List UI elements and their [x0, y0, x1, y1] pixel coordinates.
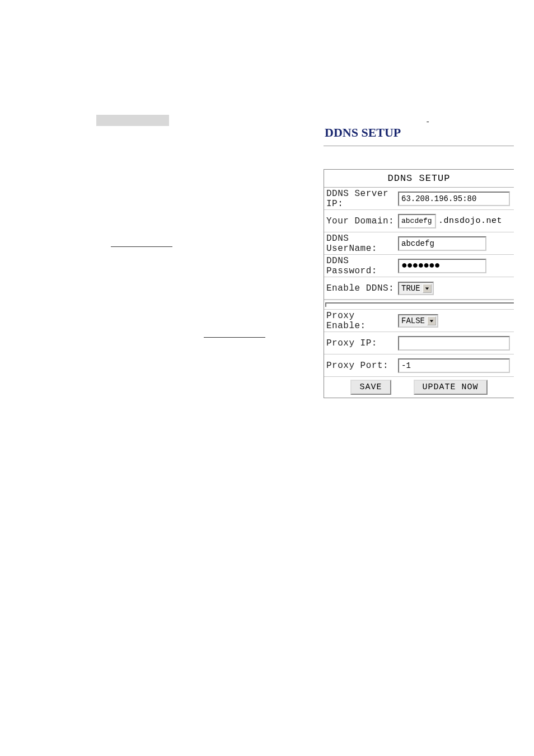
input-password[interactable]: ●●●●●●● [398, 259, 486, 273]
decorative-gray-box [96, 115, 169, 126]
page-title: DDNS SETUP [325, 125, 401, 140]
title-underline [324, 146, 514, 146]
update-now-button[interactable]: UPDATE NOW [414, 380, 488, 395]
domain-suffix: .dnsdojo.net [438, 216, 502, 226]
row-password: DDNS Password: ●●●●●●● [324, 255, 514, 277]
input-proxy-port[interactable] [398, 358, 510, 373]
row-server-ip: DDNS Server IP: [324, 188, 514, 210]
select-proxy-enable-value: FALSE [401, 316, 425, 325]
button-row: SAVE UPDATE NOW [324, 377, 514, 398]
label-password: DDNS Password: [324, 256, 398, 276]
row-proxy-ip: Proxy IP: [324, 332, 514, 354]
svg-marker-0 [425, 287, 428, 290]
label-proxy-enable: Proxy Enable: [324, 311, 398, 331]
select-enable-ddns-value: TRUE [401, 284, 420, 293]
input-proxy-ip[interactable] [398, 336, 510, 351]
label-domain: Your Domain: [324, 216, 398, 226]
row-enable-ddns: Enable DDNS: TRUE [324, 277, 514, 300]
label-username: DDNS UserName: [324, 234, 398, 254]
row-domain: Your Domain: .dnsdojo.net [324, 210, 514, 232]
dash-mark: - [425, 118, 430, 127]
select-proxy-enable[interactable]: FALSE [398, 314, 438, 328]
input-domain-prefix[interactable] [398, 214, 436, 228]
input-username[interactable] [398, 236, 486, 251]
chevron-down-icon [427, 316, 436, 325]
row-proxy-enable: Proxy Enable: FALSE [324, 310, 514, 332]
select-enable-ddns[interactable]: TRUE [398, 282, 434, 295]
row-username: DDNS UserName: [324, 232, 514, 255]
decorative-underline-2 [204, 337, 265, 338]
label-proxy-ip: Proxy IP: [324, 338, 398, 348]
label-enable-ddns: Enable DDNS: [324, 283, 398, 293]
ddns-setup-panel: DDNS SETUP DDNS Server IP: Your Domain: … [324, 169, 514, 398]
chevron-down-icon [423, 284, 432, 293]
label-proxy-port: Proxy Port: [324, 361, 398, 371]
row-proxy-port: Proxy Port: [324, 354, 514, 377]
svg-marker-1 [430, 320, 433, 322]
input-server-ip[interactable] [398, 192, 510, 206]
panel-header: DDNS SETUP [324, 170, 514, 188]
divider-row [324, 300, 514, 310]
save-button[interactable]: SAVE [350, 380, 391, 395]
label-server-ip: DDNS Server IP: [324, 189, 398, 209]
decorative-underline-1 [111, 246, 172, 247]
